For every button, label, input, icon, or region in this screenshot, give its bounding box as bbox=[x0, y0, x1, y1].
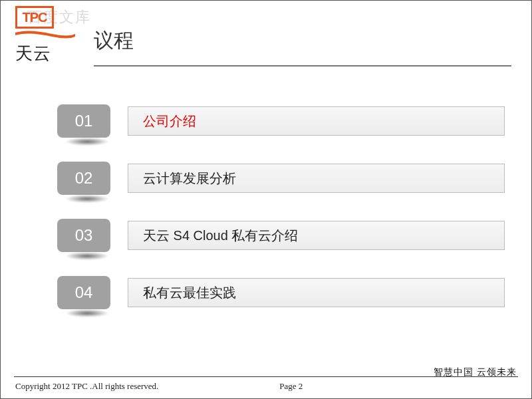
logo-brand-text: 天云 bbox=[15, 42, 76, 65]
agenda-label: 云计算发展分析 bbox=[128, 164, 505, 193]
agenda-label: 私有云最佳实践 bbox=[128, 278, 505, 307]
agenda-item: 02 云计算发展分析 bbox=[57, 158, 505, 199]
agenda-item: 04 私有云最佳实践 bbox=[57, 272, 505, 313]
agenda-list: 01 公司介绍 02 云计算发展分析 03 天云 S4 Cloud 私有云介绍 … bbox=[57, 100, 505, 329]
agenda-label: 公司介绍 bbox=[128, 106, 505, 136]
agenda-number-badge: 04 bbox=[57, 276, 110, 309]
agenda-number: 04 bbox=[75, 283, 93, 302]
slide: 百度文库 TPC 天云 议程 01 公司介绍 02 云计算发展分析 bbox=[0, 0, 532, 399]
title-underline bbox=[94, 65, 511, 66]
agenda-number: 03 bbox=[75, 226, 93, 245]
agenda-label: 天云 S4 Cloud 私有云介绍 bbox=[128, 221, 505, 250]
footer-copyright: Copyright 2012 TPC .All rights reserved. bbox=[15, 381, 158, 392]
title-area: 议程 bbox=[94, 27, 511, 66]
logo-swoosh-icon bbox=[15, 30, 75, 41]
logo-monogram: TPC bbox=[15, 6, 54, 29]
agenda-number-badge: 03 bbox=[57, 219, 110, 252]
footer-row: Copyright 2012 TPC .All rights reserved.… bbox=[1, 381, 531, 398]
badge-shadow-icon bbox=[65, 252, 109, 260]
badge-shadow-icon bbox=[65, 309, 109, 317]
agenda-number-badge: 02 bbox=[57, 162, 110, 195]
footer-page-number: Page 2 bbox=[279, 381, 303, 392]
agenda-number-badge: 01 bbox=[57, 104, 110, 138]
badge-shadow-icon bbox=[65, 138, 109, 146]
company-logo: TPC 天云 bbox=[15, 6, 76, 65]
footer-divider bbox=[14, 376, 518, 377]
footer: Copyright 2012 TPC .All rights reserved.… bbox=[1, 376, 531, 398]
agenda-number: 01 bbox=[75, 112, 93, 130]
agenda-number: 02 bbox=[75, 169, 93, 188]
agenda-item: 01 公司介绍 bbox=[57, 100, 505, 142]
page-title: 议程 bbox=[94, 27, 511, 61]
agenda-item: 03 天云 S4 Cloud 私有云介绍 bbox=[57, 215, 505, 256]
badge-shadow-icon bbox=[65, 195, 109, 203]
